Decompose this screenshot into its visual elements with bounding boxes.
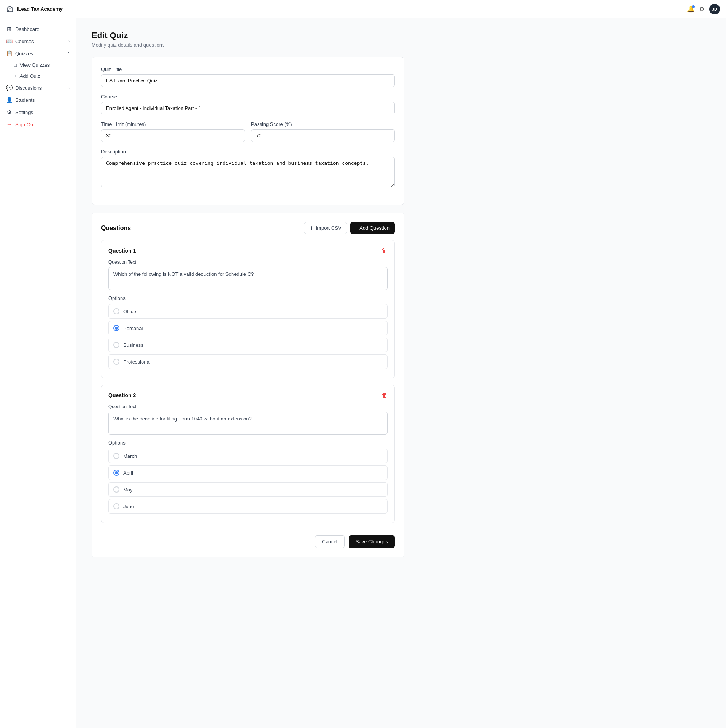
radio-q2-1[interactable] — [113, 470, 119, 476]
main-content: Edit Quiz Modify quiz details and questi… — [76, 18, 420, 728]
svg-point-0 — [10, 8, 11, 9]
question-1-text-box[interactable]: Which of the following is NOT a valid de… — [108, 267, 388, 290]
quiz-title-label: Quiz Title — [101, 66, 395, 72]
question-2-header: Question 2 🗑 — [108, 392, 388, 399]
chevron-right-icon: › — [68, 39, 70, 43]
radio-q1-1-inner — [115, 327, 118, 330]
radio-q2-1-inner — [115, 471, 118, 474]
quiz-title-input[interactable] — [101, 74, 395, 87]
sidebar-item-courses[interactable]: 📖 Courses › — [0, 35, 76, 47]
question-1-number: Question 1 — [108, 248, 136, 254]
option-q1-2-text: Business — [123, 342, 143, 348]
question-1-text-label: Question Text — [108, 259, 388, 265]
option-q2-3-text: June — [123, 504, 134, 509]
radio-q1-1[interactable] — [113, 325, 119, 331]
description-textarea[interactable]: Comprehensive practice quiz covering ind… — [101, 157, 395, 187]
question-2-text: What is the deadline for filing Form 104… — [113, 416, 252, 422]
option-q1-3-text: Professional — [123, 359, 151, 365]
sidebar-item-label: Discussions — [15, 85, 42, 91]
questions-section-title: Questions — [101, 225, 131, 232]
question-1-option-2[interactable]: Business — [108, 338, 388, 352]
upload-icon: ⬆ — [310, 225, 314, 231]
question-2-option-1[interactable]: April — [108, 465, 388, 480]
trash-icon: 🗑 — [382, 247, 388, 254]
header-actions: 🔔 ⚙ JD — [687, 4, 720, 14]
sidebar-item-add-quiz[interactable]: + Add Quiz — [0, 71, 76, 82]
questions-card: Questions ⬆ Import CSV + Add Question Qu… — [92, 213, 404, 557]
sidebar-item-label: Settings — [15, 110, 33, 115]
avatar[interactable]: JD — [709, 4, 720, 14]
option-q1-0-text: Office — [123, 309, 136, 314]
option-q2-1-text: April — [123, 470, 133, 476]
page-subtitle: Modify quiz details and questions — [92, 42, 404, 48]
question-2-number: Question 2 — [108, 392, 136, 398]
time-passing-row: Time Limit (minutes) Passing Score (%) — [101, 121, 395, 149]
import-csv-button[interactable]: ⬆ Import CSV — [304, 222, 347, 234]
question-2-option-3[interactable]: June — [108, 499, 388, 514]
radio-q2-2[interactable] — [113, 486, 119, 493]
quizzes-icon: 📋 — [6, 50, 12, 56]
radio-q1-3[interactable] — [113, 359, 119, 365]
question-2-text-box[interactable]: What is the deadline for filing Form 104… — [108, 412, 388, 435]
sidebar-item-label: Quizzes — [15, 51, 33, 56]
quiz-title-group: Quiz Title — [101, 66, 395, 87]
discussions-icon: 💬 — [6, 85, 12, 91]
option-q1-1-text: Personal — [123, 325, 143, 331]
sidebar-item-label: Dashboard — [15, 26, 40, 32]
radio-q1-2[interactable] — [113, 342, 119, 348]
sidebar-item-label: Courses — [15, 39, 34, 44]
question-1-options-label: Options — [108, 295, 388, 301]
question-2-option-2[interactable]: May — [108, 482, 388, 497]
add-icon: + — [14, 73, 17, 79]
save-changes-button[interactable]: Save Changes — [349, 535, 395, 548]
chevron-right-icon: › — [68, 85, 70, 90]
sidebar-item-view-quizzes[interactable]: □ View Quizzes — [0, 60, 76, 71]
questions-header: Questions ⬆ Import CSV + Add Question — [101, 222, 395, 234]
brand-name: iLead Tax Academy — [17, 6, 63, 12]
courses-icon: 📖 — [6, 38, 12, 44]
sidebar-item-discussions[interactable]: 💬 Discussions › — [0, 82, 76, 94]
add-question-button[interactable]: + Add Question — [350, 222, 395, 234]
sidebar-item-dashboard[interactable]: ⊞ Dashboard — [0, 23, 76, 35]
sidebar: ⊞ Dashboard 📖 Courses › 📋 Quizzes ˅ □ Vi… — [0, 18, 76, 728]
delete-question-2-button[interactable]: 🗑 — [382, 392, 388, 399]
brand-area: iLead Tax Academy — [6, 5, 63, 13]
sidebar-item-students[interactable]: 👤 Students — [0, 94, 76, 106]
delete-question-1-button[interactable]: 🗑 — [382, 247, 388, 254]
course-input[interactable] — [101, 102, 395, 114]
notification-dot — [692, 5, 695, 8]
question-2-options-label: Options — [108, 440, 388, 446]
passing-score-group: Passing Score (%) — [251, 121, 395, 142]
description-label: Description — [101, 149, 395, 155]
radio-q2-3[interactable] — [113, 503, 119, 509]
question-1-option-1[interactable]: Personal — [108, 321, 388, 335]
option-q2-2-text: May — [123, 487, 133, 493]
sidebar-item-sign-out[interactable]: → Sign Out — [0, 118, 76, 130]
course-group: Course — [101, 94, 395, 114]
sidebar-item-label: Sign Out — [15, 122, 35, 127]
layout: ⊞ Dashboard 📖 Courses › 📋 Quizzes ˅ □ Vi… — [0, 18, 726, 728]
radio-q2-0[interactable] — [113, 453, 119, 459]
question-card-2: Question 2 🗑 Question Text What is the d… — [101, 385, 395, 523]
question-card-1: Question 1 🗑 Question Text Which of the … — [101, 240, 395, 378]
import-csv-label: Import CSV — [316, 225, 341, 231]
question-1-option-0[interactable]: Office — [108, 304, 388, 319]
radio-q1-0[interactable] — [113, 308, 119, 314]
sidebar-item-label: Students — [15, 97, 35, 103]
sidebar-item-settings[interactable]: ⚙ Settings — [0, 106, 76, 118]
add-question-label: + Add Question — [356, 225, 390, 231]
cancel-button[interactable]: Cancel — [315, 535, 344, 548]
sidebar-item-quizzes[interactable]: 📋 Quizzes ˅ — [0, 47, 76, 60]
question-1-text: Which of the following is NOT a valid de… — [113, 271, 254, 277]
question-1-option-3[interactable]: Professional — [108, 354, 388, 369]
time-limit-label: Time Limit (minutes) — [101, 121, 245, 127]
settings-button[interactable]: ⚙ — [699, 5, 705, 13]
passing-score-input[interactable] — [251, 129, 395, 142]
notifications-button[interactable]: 🔔 — [687, 5, 695, 13]
question-2-option-0[interactable]: March — [108, 449, 388, 463]
time-limit-input[interactable] — [101, 129, 245, 142]
course-label: Course — [101, 94, 395, 100]
page-title: Edit Quiz — [92, 31, 404, 40]
chevron-down-icon: ˅ — [68, 51, 70, 56]
option-q2-0-text: March — [123, 453, 137, 459]
